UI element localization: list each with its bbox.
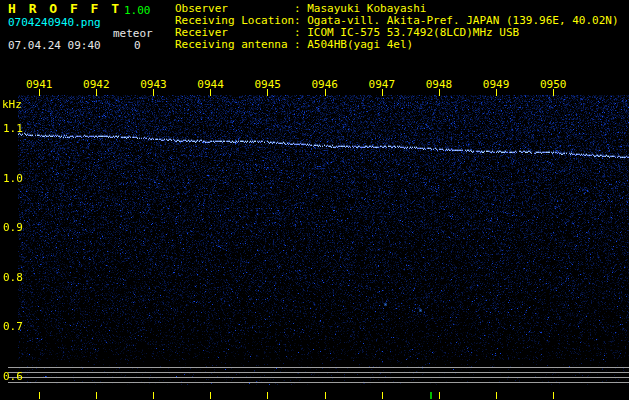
x-axis-tick-bottom (553, 392, 554, 399)
y-axis-unit: kHz (2, 98, 22, 111)
x-axis-tick-top (96, 89, 97, 96)
level-graph-line (8, 367, 629, 368)
info-row-antenna: Receiving antenna: A504HB(yagi 4el) (175, 39, 413, 51)
x-axis-tick-top (382, 89, 383, 96)
info-label: Receiving antenna (175, 39, 294, 51)
y-axis-label: 0.7 (3, 320, 23, 333)
x-axis-tick-bottom (153, 392, 154, 399)
y-axis-label: 1.0 (3, 172, 23, 185)
spectrogram-canvas (18, 95, 629, 385)
x-axis-tick-top (210, 89, 211, 96)
x-axis-tick-top (153, 89, 154, 96)
x-axis-tick-bottom (439, 392, 440, 399)
x-axis-tick-bottom (96, 392, 97, 399)
x-axis-tick-top (39, 89, 40, 96)
x-axis-tick-top (439, 89, 440, 96)
hrofft-screen: H R O F F T 1.00 0704240940.png meteor 0… (0, 0, 629, 400)
x-axis-tick-bottom (382, 392, 383, 399)
x-axis-tick-top (496, 89, 497, 96)
x-axis-tick-top (553, 89, 554, 96)
x-axis-tick-top (267, 89, 268, 96)
echo-count: 0 (134, 40, 141, 52)
output-filename: 0704240940.png (8, 17, 101, 29)
x-axis-tick-bottom (267, 392, 268, 399)
bottom-marker-tick (430, 392, 432, 399)
datetime-label: 07.04.24 09:40 (8, 40, 101, 52)
app-title: H R O F F T (8, 3, 122, 15)
level-graph-line (8, 377, 629, 378)
app-version: 1.00 (124, 5, 151, 17)
x-axis-tick-bottom (325, 392, 326, 399)
level-graph-line (8, 382, 629, 383)
x-axis-tick-bottom (210, 392, 211, 399)
mode-label: meteor (113, 28, 153, 40)
y-axis-label: 0.9 (3, 221, 23, 234)
y-axis-label: 0.8 (3, 271, 23, 284)
y-axis-label: 0.6 (3, 370, 23, 383)
y-axis-label: 1.1 (3, 122, 23, 135)
x-axis-tick-bottom (496, 392, 497, 399)
x-axis-tick-bottom (39, 392, 40, 399)
info-value: A504HB(yagi 4el) (307, 38, 413, 51)
x-axis-tick-top (325, 89, 326, 96)
level-graph-line (8, 372, 629, 373)
